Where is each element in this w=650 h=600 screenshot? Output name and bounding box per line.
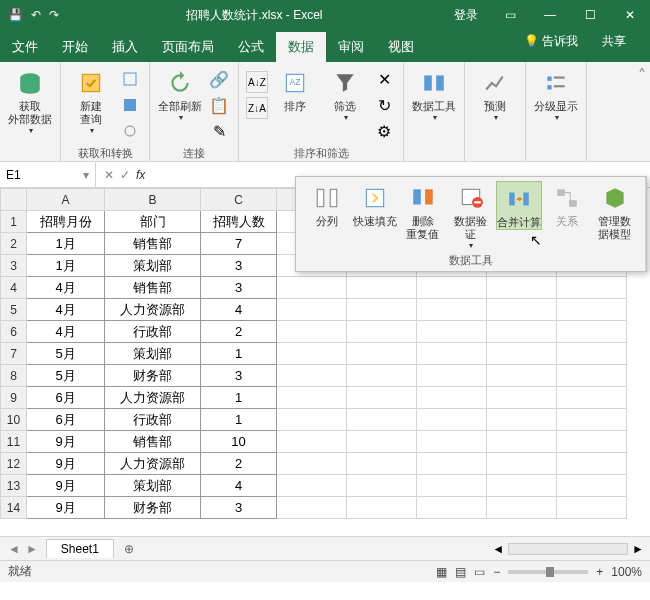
cell[interactable]: 策划部: [105, 255, 201, 277]
zoom-level[interactable]: 100%: [611, 565, 642, 579]
ribbon-options-icon[interactable]: ▭: [490, 8, 530, 22]
tab-formulas[interactable]: 公式: [226, 32, 276, 62]
cell[interactable]: 策划部: [105, 475, 201, 497]
cell[interactable]: 3: [201, 365, 277, 387]
row-header[interactable]: 9: [1, 387, 27, 409]
collapse-ribbon-icon[interactable]: ˄: [634, 62, 650, 161]
outline-button[interactable]: 分级显示▾: [532, 66, 580, 123]
cell[interactable]: 策划部: [105, 343, 201, 365]
cell[interactable]: 1: [201, 387, 277, 409]
cell[interactable]: 人力资源部: [105, 453, 201, 475]
forecast-button[interactable]: 预测▾: [471, 66, 519, 123]
cancel-icon[interactable]: ✕: [104, 168, 114, 182]
row-header[interactable]: 13: [1, 475, 27, 497]
cell[interactable]: 4月: [27, 277, 105, 299]
row-header[interactable]: 8: [1, 365, 27, 387]
zoom-out-icon[interactable]: −: [493, 565, 500, 579]
filter-button[interactable]: 筛选▾: [321, 66, 369, 123]
col-header[interactable]: A: [27, 189, 105, 211]
close-icon[interactable]: ✕: [610, 8, 650, 22]
fx-icon[interactable]: fx: [136, 168, 145, 182]
cell[interactable]: 人力资源部: [105, 387, 201, 409]
maximize-icon[interactable]: ☐: [570, 8, 610, 22]
row-header[interactable]: 10: [1, 409, 27, 431]
cell[interactable]: 9月: [27, 497, 105, 519]
row-header[interactable]: 11: [1, 431, 27, 453]
hscroll-track[interactable]: [508, 543, 628, 555]
data-validation-button[interactable]: 数据验 证▾: [448, 181, 494, 251]
cell[interactable]: 4: [201, 475, 277, 497]
sort-button[interactable]: AZ 排序: [271, 66, 319, 113]
cell[interactable]: 1: [201, 409, 277, 431]
name-box[interactable]: E1▾: [0, 162, 96, 187]
cell[interactable]: 2: [201, 453, 277, 475]
redo-icon[interactable]: ↷: [49, 8, 59, 22]
cell[interactable]: 招聘人数: [201, 211, 277, 233]
cell[interactable]: 7: [201, 233, 277, 255]
scroll-right-icon[interactable]: ►: [632, 542, 644, 556]
from-table-icon[interactable]: [118, 93, 142, 117]
row-header[interactable]: 2: [1, 233, 27, 255]
get-external-data-button[interactable]: 获取 外部数据▾: [6, 66, 54, 136]
new-sheet-icon[interactable]: ⊕: [114, 542, 144, 556]
row-header[interactable]: 12: [1, 453, 27, 475]
cell[interactable]: 财务部: [105, 497, 201, 519]
cell[interactable]: 6月: [27, 387, 105, 409]
reapply-icon[interactable]: ↻: [372, 93, 396, 117]
tab-file[interactable]: 文件: [0, 32, 50, 62]
tab-layout[interactable]: 页面布局: [150, 32, 226, 62]
tab-review[interactable]: 审阅: [326, 32, 376, 62]
cell[interactable]: 人力资源部: [105, 299, 201, 321]
cell[interactable]: 10: [201, 431, 277, 453]
sort-desc-icon[interactable]: Z↓A: [246, 97, 268, 119]
row-header[interactable]: 7: [1, 343, 27, 365]
cell[interactable]: 行政部: [105, 321, 201, 343]
text-to-columns-button[interactable]: 分列: [304, 181, 350, 228]
share-button[interactable]: 共享: [590, 27, 638, 56]
col-header[interactable]: C: [201, 189, 277, 211]
save-icon[interactable]: 💾: [8, 8, 23, 22]
zoom-in-icon[interactable]: +: [596, 565, 603, 579]
cell[interactable]: 9月: [27, 475, 105, 497]
tab-view[interactable]: 视图: [376, 32, 426, 62]
cell[interactable]: 1月: [27, 255, 105, 277]
recent-sources-icon[interactable]: [118, 119, 142, 143]
show-queries-icon[interactable]: [118, 67, 142, 91]
cell[interactable]: 行政部: [105, 409, 201, 431]
normal-view-icon[interactable]: ▦: [436, 565, 447, 579]
properties-icon[interactable]: 📋: [207, 93, 231, 117]
connections-icon[interactable]: 🔗: [207, 67, 231, 91]
cell[interactable]: 招聘月份: [27, 211, 105, 233]
cell[interactable]: 9月: [27, 453, 105, 475]
undo-icon[interactable]: ↶: [31, 8, 41, 22]
cell[interactable]: 销售部: [105, 431, 201, 453]
flash-fill-button[interactable]: 快速填充: [352, 181, 398, 228]
new-query-button[interactable]: 新建 查询▾: [67, 66, 115, 136]
select-all-corner[interactable]: [1, 189, 27, 211]
zoom-slider[interactable]: [508, 570, 588, 574]
enter-icon[interactable]: ✓: [120, 168, 130, 182]
row-header[interactable]: 3: [1, 255, 27, 277]
cell[interactable]: 4: [201, 299, 277, 321]
cell[interactable]: 4月: [27, 299, 105, 321]
page-layout-icon[interactable]: ▤: [455, 565, 466, 579]
data-tools-button[interactable]: 数据工具▾: [410, 66, 458, 123]
advanced-icon[interactable]: ⚙: [372, 119, 396, 143]
tab-home[interactable]: 开始: [50, 32, 100, 62]
minimize-icon[interactable]: ―: [530, 8, 570, 22]
cell[interactable]: 5月: [27, 365, 105, 387]
remove-duplicates-button[interactable]: 删除 重复值: [400, 181, 446, 241]
cell[interactable]: 4月: [27, 321, 105, 343]
cell[interactable]: 1月: [27, 233, 105, 255]
row-header[interactable]: 14: [1, 497, 27, 519]
consolidate-button[interactable]: 合并计算: [496, 181, 542, 230]
tab-insert[interactable]: 插入: [100, 32, 150, 62]
col-header[interactable]: B: [105, 189, 201, 211]
cell[interactable]: 1: [201, 343, 277, 365]
cell[interactable]: 部门: [105, 211, 201, 233]
cell[interactable]: 销售部: [105, 277, 201, 299]
row-header[interactable]: 6: [1, 321, 27, 343]
sort-asc-icon[interactable]: A↓Z: [246, 71, 268, 93]
row-header[interactable]: 1: [1, 211, 27, 233]
page-break-icon[interactable]: ▭: [474, 565, 485, 579]
